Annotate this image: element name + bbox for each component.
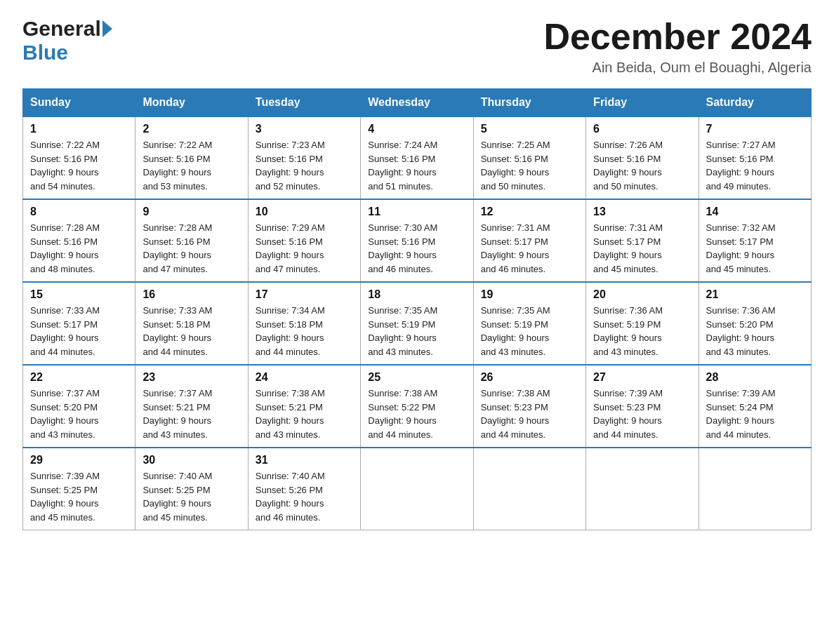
day-number: 24 xyxy=(256,371,353,384)
day-number: 17 xyxy=(256,288,353,301)
day-number: 4 xyxy=(368,123,465,135)
calendar-cell: 11Sunrise: 7:30 AMSunset: 5:16 PMDayligh… xyxy=(361,199,473,282)
day-info: Sunrise: 7:33 AMSunset: 5:17 PMDaylight:… xyxy=(30,304,128,358)
day-number: 11 xyxy=(368,206,465,218)
day-info: Sunrise: 7:23 AMSunset: 5:16 PMDaylight:… xyxy=(256,138,353,193)
logo-arrow-icon xyxy=(102,20,112,37)
calendar-cell: 6Sunrise: 7:26 AMSunset: 5:16 PMDaylight… xyxy=(586,116,699,199)
day-number: 2 xyxy=(143,123,240,135)
day-number: 29 xyxy=(30,454,128,467)
calendar-cell: 24Sunrise: 7:38 AMSunset: 5:21 PMDayligh… xyxy=(248,365,360,448)
calendar-cell: 31Sunrise: 7:40 AMSunset: 5:26 PMDayligh… xyxy=(248,448,360,530)
calendar-cell: 20Sunrise: 7:36 AMSunset: 5:19 PMDayligh… xyxy=(586,282,699,365)
day-info: Sunrise: 7:40 AMSunset: 5:25 PMDaylight:… xyxy=(143,469,240,524)
calendar-cell xyxy=(473,448,585,530)
day-info: Sunrise: 7:31 AMSunset: 5:17 PMDaylight:… xyxy=(481,221,578,276)
day-info: Sunrise: 7:28 AMSunset: 5:16 PMDaylight:… xyxy=(143,221,240,276)
day-info: Sunrise: 7:33 AMSunset: 5:18 PMDaylight:… xyxy=(143,304,240,358)
col-header-friday: Friday xyxy=(586,89,699,117)
day-number: 22 xyxy=(30,371,128,384)
calendar-cell: 26Sunrise: 7:38 AMSunset: 5:23 PMDayligh… xyxy=(473,365,585,448)
calendar-cell xyxy=(361,448,473,530)
calendar-cell: 22Sunrise: 7:37 AMSunset: 5:20 PMDayligh… xyxy=(23,365,135,448)
calendar-cell: 14Sunrise: 7:32 AMSunset: 5:17 PMDayligh… xyxy=(699,199,811,282)
day-number: 7 xyxy=(706,123,804,135)
calendar-cell xyxy=(586,448,699,530)
day-number: 18 xyxy=(368,288,465,301)
day-info: Sunrise: 7:35 AMSunset: 5:19 PMDaylight:… xyxy=(481,304,578,358)
calendar-cell: 23Sunrise: 7:37 AMSunset: 5:21 PMDayligh… xyxy=(135,365,248,448)
day-info: Sunrise: 7:38 AMSunset: 5:21 PMDaylight:… xyxy=(256,387,353,441)
day-info: Sunrise: 7:38 AMSunset: 5:23 PMDaylight:… xyxy=(481,387,578,441)
calendar-cell: 21Sunrise: 7:36 AMSunset: 5:20 PMDayligh… xyxy=(699,282,811,365)
day-number: 5 xyxy=(481,123,578,135)
day-info: Sunrise: 7:27 AMSunset: 5:16 PMDaylight:… xyxy=(706,138,804,193)
day-info: Sunrise: 7:37 AMSunset: 5:20 PMDaylight:… xyxy=(30,387,128,441)
calendar-cell: 13Sunrise: 7:31 AMSunset: 5:17 PMDayligh… xyxy=(586,199,699,282)
day-number: 23 xyxy=(143,371,240,384)
day-number: 26 xyxy=(481,371,578,384)
calendar-table: SundayMondayTuesdayWednesdayThursdayFrid… xyxy=(22,88,812,530)
col-header-thursday: Thursday xyxy=(473,89,585,117)
day-info: Sunrise: 7:31 AMSunset: 5:17 PMDaylight:… xyxy=(593,221,691,276)
calendar-cell: 9Sunrise: 7:28 AMSunset: 5:16 PMDaylight… xyxy=(135,199,248,282)
col-header-saturday: Saturday xyxy=(699,89,811,117)
calendar-cell: 18Sunrise: 7:35 AMSunset: 5:19 PMDayligh… xyxy=(361,282,473,365)
day-number: 28 xyxy=(706,371,804,384)
calendar-cell: 29Sunrise: 7:39 AMSunset: 5:25 PMDayligh… xyxy=(23,448,135,530)
calendar-cell: 15Sunrise: 7:33 AMSunset: 5:17 PMDayligh… xyxy=(23,282,135,365)
col-header-wednesday: Wednesday xyxy=(361,89,473,117)
calendar-cell: 8Sunrise: 7:28 AMSunset: 5:16 PMDaylight… xyxy=(23,199,135,282)
day-number: 10 xyxy=(256,206,353,218)
day-number: 19 xyxy=(481,288,578,301)
day-info: Sunrise: 7:25 AMSunset: 5:16 PMDaylight:… xyxy=(481,138,578,193)
calendar-week-row: 1Sunrise: 7:22 AMSunset: 5:16 PMDaylight… xyxy=(23,116,812,199)
day-info: Sunrise: 7:39 AMSunset: 5:24 PMDaylight:… xyxy=(706,387,804,441)
day-info: Sunrise: 7:22 AMSunset: 5:16 PMDaylight:… xyxy=(143,138,240,193)
day-info: Sunrise: 7:36 AMSunset: 5:20 PMDaylight:… xyxy=(706,304,804,358)
day-number: 21 xyxy=(706,288,804,301)
day-number: 31 xyxy=(256,454,353,467)
calendar-cell: 3Sunrise: 7:23 AMSunset: 5:16 PMDaylight… xyxy=(248,116,360,199)
calendar-cell: 25Sunrise: 7:38 AMSunset: 5:22 PMDayligh… xyxy=(361,365,473,448)
day-info: Sunrise: 7:26 AMSunset: 5:16 PMDaylight:… xyxy=(593,138,691,193)
day-number: 16 xyxy=(143,288,240,301)
calendar-cell: 16Sunrise: 7:33 AMSunset: 5:18 PMDayligh… xyxy=(135,282,248,365)
day-number: 1 xyxy=(30,123,128,135)
calendar-cell: 19Sunrise: 7:35 AMSunset: 5:19 PMDayligh… xyxy=(473,282,585,365)
calendar-week-row: 22Sunrise: 7:37 AMSunset: 5:20 PMDayligh… xyxy=(23,365,812,448)
calendar-week-row: 15Sunrise: 7:33 AMSunset: 5:17 PMDayligh… xyxy=(23,282,812,365)
day-number: 3 xyxy=(256,123,353,135)
calendar-header-row: SundayMondayTuesdayWednesdayThursdayFrid… xyxy=(23,89,812,117)
day-number: 20 xyxy=(593,288,691,301)
day-info: Sunrise: 7:32 AMSunset: 5:17 PMDaylight:… xyxy=(706,221,804,276)
col-header-tuesday: Tuesday xyxy=(248,89,360,117)
day-info: Sunrise: 7:36 AMSunset: 5:19 PMDaylight:… xyxy=(593,304,691,358)
day-number: 27 xyxy=(593,371,691,384)
day-number: 25 xyxy=(368,371,465,384)
day-info: Sunrise: 7:28 AMSunset: 5:16 PMDaylight:… xyxy=(30,221,128,276)
day-number: 14 xyxy=(706,206,804,218)
logo-general: General xyxy=(22,17,101,41)
day-number: 15 xyxy=(30,288,128,301)
day-info: Sunrise: 7:30 AMSunset: 5:16 PMDaylight:… xyxy=(368,221,465,276)
calendar-cell: 17Sunrise: 7:34 AMSunset: 5:18 PMDayligh… xyxy=(248,282,360,365)
day-number: 6 xyxy=(593,123,691,135)
calendar-cell: 12Sunrise: 7:31 AMSunset: 5:17 PMDayligh… xyxy=(473,199,585,282)
day-info: Sunrise: 7:22 AMSunset: 5:16 PMDaylight:… xyxy=(30,138,128,193)
day-info: Sunrise: 7:39 AMSunset: 5:23 PMDaylight:… xyxy=(593,387,691,441)
calendar-week-row: 29Sunrise: 7:39 AMSunset: 5:25 PMDayligh… xyxy=(23,448,812,530)
calendar-cell: 5Sunrise: 7:25 AMSunset: 5:16 PMDaylight… xyxy=(473,116,585,199)
day-number: 30 xyxy=(143,454,240,467)
col-header-monday: Monday xyxy=(135,89,248,117)
title-area: December 2024 Ain Beida, Oum el Bouaghi,… xyxy=(543,17,812,76)
day-number: 8 xyxy=(30,206,128,218)
calendar-cell: 1Sunrise: 7:22 AMSunset: 5:16 PMDaylight… xyxy=(23,116,135,199)
day-info: Sunrise: 7:24 AMSunset: 5:16 PMDaylight:… xyxy=(368,138,465,193)
day-number: 12 xyxy=(481,206,578,218)
calendar-cell: 4Sunrise: 7:24 AMSunset: 5:16 PMDaylight… xyxy=(361,116,473,199)
calendar-cell: 10Sunrise: 7:29 AMSunset: 5:16 PMDayligh… xyxy=(248,199,360,282)
day-number: 13 xyxy=(593,206,691,218)
calendar-cell: 2Sunrise: 7:22 AMSunset: 5:16 PMDaylight… xyxy=(135,116,248,199)
day-info: Sunrise: 7:39 AMSunset: 5:25 PMDaylight:… xyxy=(30,469,128,524)
